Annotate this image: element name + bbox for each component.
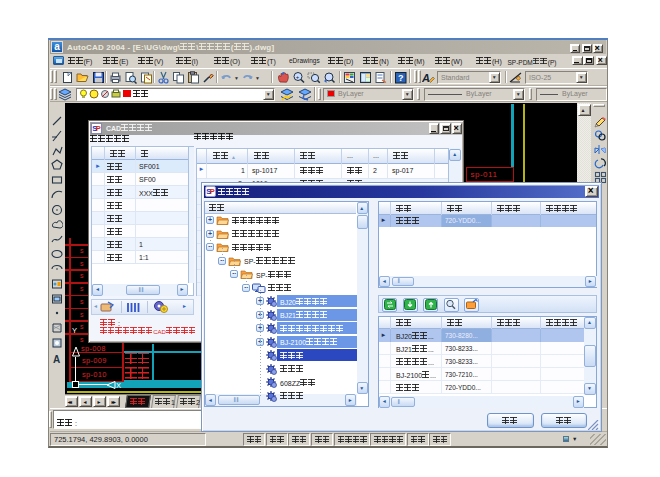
svg-text:?: ?: [398, 73, 404, 83]
svg-text:+: +: [296, 73, 300, 79]
svg-text:A: A: [422, 72, 430, 84]
svg-text:A: A: [53, 353, 60, 364]
